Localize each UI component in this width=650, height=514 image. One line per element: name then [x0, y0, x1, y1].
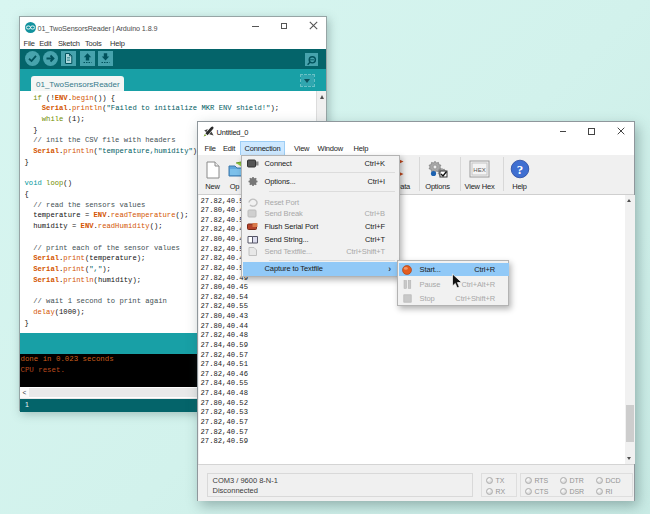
- svg-text:?: ?: [516, 162, 523, 177]
- svg-text:HEX: HEX: [473, 167, 485, 173]
